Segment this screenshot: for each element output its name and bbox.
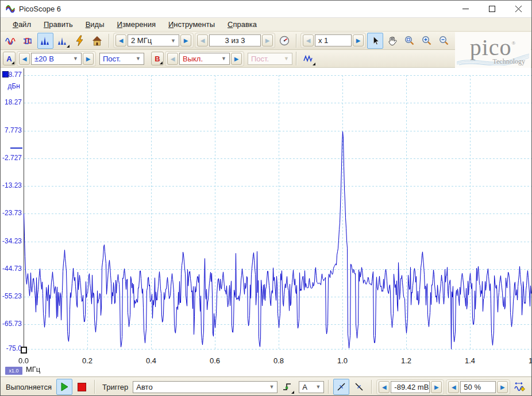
maximize-button[interactable]: [479, 1, 505, 17]
y-tick-label: -55.23: [1, 292, 22, 300]
trigger-level-up-button[interactable]: ▶: [431, 381, 442, 393]
channel-a-coupling-select[interactable]: Пост. ▼: [99, 53, 144, 65]
statusbar-separator: [94, 380, 95, 394]
zoom-factor-up-button[interactable]: ▶: [353, 34, 364, 46]
channel-b-range-value: Выкл.: [183, 55, 203, 63]
y-axis-unit-label: дБн: [1, 82, 20, 90]
title-bar: PicoScope 6: [1, 1, 531, 18]
menu-views[interactable]: Виды: [79, 19, 111, 30]
trigger-mode-select[interactable]: Авто ▼: [133, 381, 277, 393]
channel-b-coupling-select[interactable]: Пост. ▼: [248, 53, 292, 65]
x-scale-badge: x1.0: [5, 367, 22, 375]
trigger-level-down-button[interactable]: ◀: [379, 381, 390, 393]
close-button[interactable]: [505, 1, 531, 17]
y-tick-label: -23.73: [1, 209, 22, 217]
channel-b-range-next-button[interactable]: ▶: [231, 53, 242, 65]
status-bar: Выполняется Триггер Авто ▼ A ▼: [1, 376, 531, 396]
advanced-trigger-button[interactable]: [279, 379, 295, 395]
minimize-button[interactable]: [452, 1, 479, 17]
trigger-mode-value: Авто: [136, 383, 152, 391]
home-button[interactable]: [89, 33, 105, 49]
y-tick-label: 18.27: [1, 98, 22, 106]
zoom-in-button[interactable]: [419, 33, 435, 49]
spectrum-canvas[interactable]: [24, 68, 532, 355]
menu-measurements[interactable]: Измерения: [111, 19, 162, 30]
signal-generator-button[interactable]: [300, 51, 317, 67]
timebase-select[interactable]: 2 МГц ▼: [128, 34, 179, 46]
zoom-factor-down-button[interactable]: ◀: [303, 34, 314, 46]
run-state-label: Выполняется: [3, 383, 55, 391]
minimize-icon: [462, 6, 469, 12]
statusbar-separator: [328, 380, 329, 394]
channel-a-label: A: [6, 55, 11, 63]
chevron-down-icon: ▼: [267, 384, 274, 390]
logo-subtitle-text: Technology: [493, 57, 531, 66]
menu-help[interactable]: Справка: [221, 19, 263, 30]
pan-button[interactable]: [384, 33, 400, 49]
falling-edge-button[interactable]: [351, 379, 367, 395]
spectrum-view-icon: [40, 35, 51, 46]
axis-origin-handle[interactable]: [21, 347, 27, 354]
pre-trigger-up-button[interactable]: ▶: [497, 381, 508, 393]
pages-group: ◀ 3 из 3 ▶: [195, 33, 275, 48]
chevron-down-icon: ▼: [133, 56, 141, 61]
zoom-out-button[interactable]: [436, 33, 452, 49]
channel-b-range-prev-button[interactable]: ◀: [167, 53, 178, 65]
menu-file[interactable]: Файл: [6, 19, 37, 30]
zoom-factor-field[interactable]: x 1: [315, 34, 352, 46]
rising-edge-button[interactable]: [333, 379, 349, 395]
persistence-view-button[interactable]: [55, 33, 71, 49]
statusbar-separator: [371, 380, 372, 394]
pico-technology-logo: pico® Technology: [455, 32, 531, 68]
measurements-button[interactable]: [512, 379, 528, 395]
buffer-navigator-button[interactable]: [276, 33, 292, 49]
maximize-icon: [489, 6, 495, 12]
measurements-icon: [514, 381, 526, 393]
y-tick-label: 7.773: [1, 126, 22, 134]
channel-a-options-button[interactable]: A: [3, 52, 16, 65]
trigger-level-field[interactable]: -89.42 mВ: [391, 381, 430, 393]
square-view-button[interactable]: [20, 33, 36, 49]
pre-trigger-field[interactable]: 50 %: [460, 381, 496, 393]
page-indicator: 3 из 3: [209, 34, 261, 46]
channel-a-range-next-button[interactable]: ▶: [83, 53, 94, 65]
spectrum-view-button[interactable]: [37, 33, 53, 49]
toolbar-separator: [296, 52, 297, 65]
channels-toolbar: A ◀ ±20 В ▼ ▶ Пост. ▼ B ◀ Выкл. ▼ ▶ П: [1, 50, 531, 68]
falling-edge-icon: [353, 381, 365, 393]
app-icon: [5, 3, 16, 14]
channel-a-range-select[interactable]: ±20 В ▼: [31, 53, 82, 65]
auto-setup-button[interactable]: [72, 33, 88, 49]
pre-trigger-down-button[interactable]: ◀: [448, 381, 459, 393]
x-tick-label: 1.6: [526, 356, 532, 365]
timebase-next-button[interactable]: ▶: [180, 34, 191, 46]
rising-edge-icon: [336, 381, 347, 393]
y-tick-label: 28.77: [1, 71, 22, 79]
logo-registered-mark: ®: [512, 40, 516, 46]
pre-trigger-value: 50 %: [464, 383, 481, 391]
stop-icon: [78, 383, 86, 391]
trigger-source-select[interactable]: A ▼: [299, 381, 324, 393]
page-next-button[interactable]: ▶: [262, 34, 273, 46]
menu-tools[interactable]: Инструменты: [162, 19, 221, 30]
marquee-zoom-button[interactable]: [402, 33, 418, 49]
channel-a-offset-marker[interactable]: [10, 147, 22, 149]
timebase-prev-button[interactable]: ◀: [115, 34, 126, 46]
stop-button[interactable]: [74, 379, 90, 395]
channel-a-range-group: ◀ ±20 В ▼ ▶: [17, 51, 96, 67]
toolbar-separator: [109, 34, 110, 48]
zoom-in-icon: [421, 35, 433, 46]
channel-a-range-prev-button[interactable]: ◀: [19, 53, 30, 65]
normal-selection-button[interactable]: [367, 33, 383, 49]
chevron-down-icon: ▼: [168, 38, 176, 44]
close-icon: [515, 6, 522, 12]
signal-generator-icon: [303, 53, 314, 64]
chevron-down-icon: ▼: [313, 384, 321, 390]
page-prev-button[interactable]: ◀: [197, 34, 208, 46]
spectrum-chart[interactable]: 28.7718.277.773-2.727-13.23-23.73-34.23-…: [1, 68, 532, 376]
scope-view-button[interactable]: [3, 33, 19, 49]
channel-b-options-button[interactable]: B: [151, 52, 164, 65]
run-button[interactable]: [56, 379, 72, 395]
menu-edit[interactable]: Править: [37, 19, 79, 30]
channel-b-range-select[interactable]: Выкл. ▼: [179, 53, 230, 65]
